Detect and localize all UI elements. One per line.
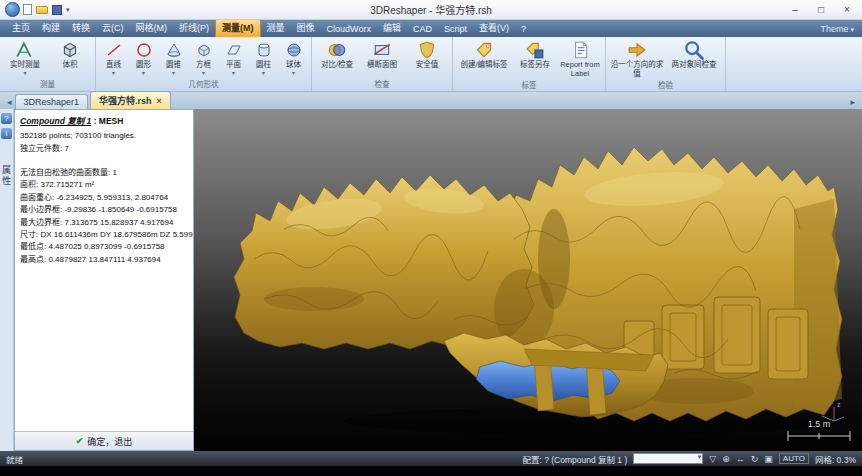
line-tool-button[interactable]: 直线 [99,39,128,76]
chevron-down-icon [279,70,308,76]
maximize-button[interactable]: □ [808,2,834,17]
tab-script[interactable]: Script [438,22,473,37]
tab-mesh[interactable]: 网格(M) [130,19,174,37]
cylinder-tool-button[interactable]: 圆柱 [249,39,278,76]
status-config-text: 配置: ? (Compound 复制 1 ) [522,453,627,465]
pan-icon[interactable] [736,454,745,464]
compare-inspect-icon [315,39,359,61]
pin-icon[interactable]: i [1,128,12,139]
chevron-down-icon [159,70,188,76]
tab-cloud[interactable]: 云(C) [96,19,130,37]
magnifier-icon [666,39,722,61]
confirm-exit-button[interactable]: ✔ 确定，退出 [65,433,144,450]
chevron-down-icon [219,70,248,76]
line-icon [99,39,128,61]
save-icon[interactable] [52,5,62,15]
close-button[interactable]: × [834,2,860,17]
select-box-icon[interactable] [764,454,773,464]
group-label-geometry: 几何形状 [99,77,308,91]
document-tab-bar: ◂ 3DReshaper1 华强方特.rsh × ▸ [0,92,862,109]
theme-selector[interactable]: Theme [813,22,862,37]
panel-footer: ✔ 确定，退出 [15,431,193,450]
help-icon[interactable]: ? [1,113,12,124]
shield-icon [405,39,449,61]
auto-toggle[interactable]: AUTO [779,453,809,464]
3d-viewport[interactable]: z 1.5 m [194,109,862,451]
ribbon-toolbar: 实时测量 体积 测量 直线 [0,37,862,92]
cone-tool-button[interactable]: 圆锥 [159,39,188,76]
doc-tab-reshaper1[interactable]: 3DReshaper1 [15,94,89,109]
mesh-type: : MESH [91,116,123,126]
close-tab-icon[interactable]: × [157,96,162,106]
new-document-icon[interactable] [23,4,32,15]
status-bar: 就绪 配置: ? (Compound 复制 1 ) AUTO 网格: 0.3% [0,451,862,466]
tab-measure2[interactable]: 测量 [261,19,291,37]
ribbon-group-geometry: 直线 圆形 圆锥 [96,37,312,91]
tab-image[interactable]: 图像 [291,19,321,37]
confirm-exit-label: 确定，退出 [87,435,132,448]
tab-edit[interactable]: 编辑 [377,19,407,37]
cylinder-icon [249,39,278,61]
stat-highest-point: 最高点: 0.4879827 13.847111 4.937694 [20,254,188,266]
live-measure-button[interactable]: 实时测量 [3,39,47,76]
rotate-view-icon[interactable] [751,454,759,464]
tab-polyline[interactable]: 折线(P) [173,19,215,37]
properties-dock-label[interactable]: 属性 [0,165,13,187]
tab-home[interactable]: 主页 [6,19,36,37]
tab-build[interactable]: 构建 [36,19,66,37]
quick-access-dropdown-icon[interactable]: ▾ [66,6,70,14]
box-tool-button[interactable]: 方框 [189,39,218,76]
tab-measure-active[interactable]: 测量(M) [215,18,261,37]
view-mode-combobox[interactable] [633,453,703,464]
stat-free-surfaces: 无法自由松弛的曲面数量: 1 [20,167,188,179]
group-label-labels: 标签 [456,78,602,92]
status-right-cluster: 配置: ? (Compound 复制 1 ) AUTO 网格: 0.3% [522,453,856,465]
tab-scroll-left-icon[interactable]: ◂ [4,97,15,109]
tag-save-icon [513,39,557,61]
doc-tab-active[interactable]: 华强方特.rsh × [90,91,171,109]
stat-points-triangles: 352186 points; 703100 triangles. [20,130,188,142]
cross-section-button[interactable]: 横断面图 [360,39,404,70]
inspect-two-objects-button[interactable]: 两对象间检查 [666,39,722,70]
stat-bbox-max: 最大边界框: 7.313675 15.828937 4.917694 [20,217,188,229]
open-file-icon[interactable] [36,6,48,14]
check-icon: ✔ [76,436,84,446]
filter-icon[interactable] [709,454,716,464]
tab-transform[interactable]: 转换 [66,19,96,37]
chevron-down-icon [99,70,128,76]
arrow-right-icon [609,39,665,61]
title-bar: ▾ 3DReshaper - 华强方特.rsh – □ × [0,0,862,20]
tab-view[interactable]: 查看(V) [473,19,515,37]
plane-tool-button[interactable]: 平面 [219,39,248,76]
tab-help[interactable]: ? [515,22,532,37]
tab-cad[interactable]: CAD [407,22,438,37]
window-controls: – □ × [782,2,860,17]
left-dock-strip: ? i 属性 [0,109,14,451]
circle-tool-button[interactable]: 圆形 [129,39,158,76]
tab-cloudworx[interactable]: CloudWorx [321,22,377,37]
evaluate-direction-button[interactable]: 沿一个方向的求值 [609,39,665,78]
ribbon-group-labels: 创建/编辑标签 标签另存 Report from Label 标签 [453,37,606,91]
live-measure-icon [3,39,47,61]
tab-scroll-right-icon[interactable]: ▸ [847,97,858,109]
stat-lowest-point: 最低点: 4.487025 0.8973099 -0.6915758 [20,241,188,253]
chevron-down-icon [3,70,47,76]
minimize-button[interactable]: – [782,2,808,17]
app-menu-button[interactable] [5,2,20,17]
mesh-title: Compound 复制 1 : MESH [20,115,188,128]
stat-components: 独立元件数: 7 [20,143,188,155]
create-edit-label-button[interactable]: 创建/编辑标签 [456,39,512,70]
volume-button[interactable]: 体积 [48,39,92,70]
ribbon-group-measure: 实时测量 体积 测量 [0,37,96,91]
doc-tab-label: 3DReshaper1 [24,97,80,107]
safety-value-button[interactable]: 安全值 [405,39,449,70]
zoom-fit-icon[interactable] [722,454,730,464]
stat-dimensions: 尺寸: DX 16.611436m DY 18.679586m DZ 5.599… [20,229,188,241]
stat-bbox-min: 最小边界框: -9.29836 -1.850649 -0.6915758 [20,204,188,216]
chevron-down-icon [189,70,218,76]
compare-inspect-button[interactable]: 对比/检查 [315,39,359,70]
report-from-label-button[interactable]: Report from Label [558,39,602,78]
save-label-button[interactable]: 标签另存 [513,39,557,70]
properties-panel: Compound 复制 1 : MESH 352186 points; 7031… [14,109,194,451]
sphere-tool-button[interactable]: 球体 [279,39,308,76]
